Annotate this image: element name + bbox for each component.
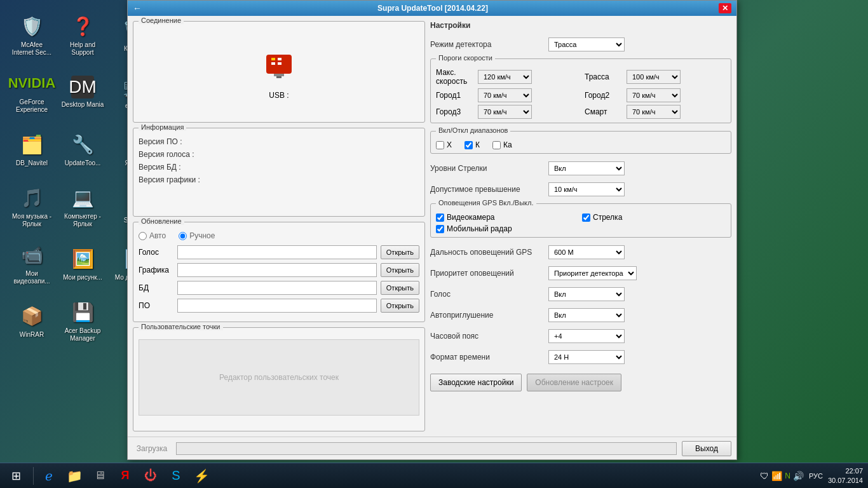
auto-radio-option[interactable]: Авто — [139, 231, 166, 240]
voice-settings-row: Голос Вкл Выкл — [430, 287, 731, 301]
time-format-label: Формат времени — [430, 353, 545, 362]
videocamera-checkbox[interactable] — [436, 214, 444, 222]
exit-button[interactable]: Выход — [682, 441, 731, 456]
gorod2-select[interactable]: 70 км/ч — [627, 88, 681, 102]
update-settings-button[interactable]: Обновление настроек — [527, 374, 621, 391]
k-label: К — [475, 140, 480, 149]
start-button[interactable]: ⊞ — [0, 463, 32, 489]
geforce-icon: NVIDIA — [19, 71, 44, 96]
tray-language: РУС — [809, 472, 823, 480]
icon-label-help: Help and Support — [60, 41, 105, 57]
back-button[interactable]: ← — [133, 3, 142, 13]
icon-db-navitel[interactable]: 🗂️ DB_Navitel — [6, 121, 57, 178]
icon-label-updatetool: UpdateToo... — [65, 159, 101, 167]
allowed-excess-select[interactable]: 10 км/ч 20 км/ч 30 км/ч — [548, 182, 625, 196]
usb-icon — [260, 48, 298, 88]
voice-input[interactable] — [177, 245, 377, 259]
close-button[interactable]: ✕ — [719, 3, 731, 13]
x-checkbox[interactable] — [436, 141, 444, 149]
x-label: Х — [447, 140, 452, 149]
points-editor[interactable]: Редактор пользовательских точек — [139, 339, 419, 416]
x-checkbox-item[interactable]: Х — [436, 140, 452, 149]
taskbar-yandex-icon[interactable]: Я — [114, 464, 137, 487]
manual-radio[interactable] — [179, 232, 187, 240]
icon-help[interactable]: ❓ Help and Support — [57, 6, 108, 64]
mobile-radar-checkbox-item[interactable]: Мобильный радар — [436, 224, 580, 233]
graphics-input[interactable] — [177, 263, 377, 277]
icon-music[interactable]: 🎵 Моя музыка - Ярлык — [6, 178, 57, 235]
taskbar-remotedesktop-icon[interactable]: 🖥 — [88, 464, 111, 487]
k-checkbox-item[interactable]: К — [465, 140, 480, 149]
time-format-select[interactable]: 12 Н 24 Н — [548, 350, 625, 364]
icon-geforce[interactable]: NVIDIA GeForce Experience — [6, 64, 57, 121]
icon-updatetool[interactable]: 🔧 UpdateToo... — [57, 121, 108, 178]
strelka-checkbox-item[interactable]: Стрелка — [582, 213, 726, 222]
icon-mcafee[interactable]: 🛡️ McAfee Internet Sec... — [6, 6, 57, 64]
taskbar-tray: 🛡 📶 N 🔊 РУС 22:07 30.07.2014 — [760, 466, 868, 485]
version-bd-label: Версия БД : — [139, 163, 419, 172]
icon-pictures[interactable]: 🖼️ Мои рисунк... — [57, 235, 108, 292]
max-speed-row: Макс. скорость 120 км/ч 130 км/ч — [436, 68, 577, 86]
taskbar-explorer-icon[interactable]: 📁 — [63, 464, 86, 487]
strelka-label: Стрелка — [593, 213, 622, 222]
trassa-select[interactable]: 100 км/ч — [627, 70, 681, 84]
voice-open-button[interactable]: Открыть — [381, 245, 419, 259]
icon-winrar[interactable]: 📦 WinRAR — [6, 292, 57, 349]
voice-settings-select[interactable]: Вкл Выкл — [548, 287, 625, 301]
smart-label: Смарт — [585, 107, 623, 116]
icon-label-mcafee: McAfee Internet Sec... — [10, 41, 54, 57]
timezone-select[interactable]: +3 +4 +5 — [548, 329, 625, 343]
detector-mode-row: Режим детектора Трасса Город Авто — [430, 37, 731, 51]
detector-mode-select[interactable]: Трасса Город Авто — [548, 37, 625, 51]
tray-nvidia-icon: N — [785, 471, 790, 480]
automute-label: Автоприглушение — [430, 311, 545, 320]
ranges-title: Вкл/Откл диапазонов — [436, 126, 510, 134]
max-speed-select[interactable]: 120 км/ч 130 км/ч — [478, 70, 532, 84]
auto-radio[interactable] — [139, 232, 147, 240]
strelka-checkbox[interactable] — [582, 214, 590, 222]
taskbar-ie-icon[interactable]: ℯ — [37, 464, 60, 487]
automute-select[interactable]: Вкл Выкл — [548, 308, 625, 322]
mobile-radar-checkbox[interactable] — [436, 225, 444, 233]
arrow-levels-select[interactable]: Вкл Выкл — [548, 161, 625, 175]
ranges-checkbox-row: Х К Ка — [436, 140, 726, 149]
videocamera-label: Видеокамера — [447, 213, 495, 222]
speed-thresholds-group: Пороги скорости Макс. скорость 120 км/ч … — [430, 58, 731, 123]
info-group: Информация Версия ПО : Версия голоса : В… — [133, 128, 425, 217]
notification-priority-select[interactable]: Приоритет детектора Приоритет GPS — [548, 266, 637, 280]
taskbar-skype-icon[interactable]: S — [165, 464, 187, 487]
po-open-button[interactable]: Открыть — [381, 299, 419, 313]
ka-checkbox-item[interactable]: Ка — [492, 140, 512, 149]
update-group: Обновление Авто Ручное Голос — [133, 222, 425, 322]
manual-radio-option[interactable]: Ручное — [179, 231, 215, 240]
bd-label: БД — [139, 283, 173, 292]
gorod1-select[interactable]: 70 км/ч — [478, 88, 532, 102]
taskbar-usb-icon[interactable]: ⚡ — [190, 464, 213, 487]
icon-acer-backup[interactable]: 💾 Acer Backup Manager — [57, 292, 108, 349]
progress-section: Загрузка — [133, 442, 677, 455]
gps-checkboxes-grid: Видеокамера Стрелка Мобильный радар — [436, 213, 726, 233]
icon-computer[interactable]: 💻 Компьютер - Ярлык — [57, 178, 108, 235]
icon-video[interactable]: 📹 Мои видеозапи... — [6, 235, 57, 292]
gps-range-select[interactable]: 300 М 600 М 900 М — [548, 245, 625, 259]
svg-rect-1 — [271, 58, 275, 60]
factory-settings-button[interactable]: Заводские настройки — [430, 374, 522, 391]
videocamera-checkbox-item[interactable]: Видеокамера — [436, 213, 580, 222]
left-panel: Соединение — [133, 21, 425, 431]
gorod3-select[interactable]: 70 км/ч — [478, 105, 532, 119]
graphics-update-row: Графика Открыть — [139, 263, 419, 277]
arrow-levels-label: Уровни Стрелки — [430, 164, 545, 173]
settings-buttons-row: Заводские настройки Обновление настроек — [430, 374, 731, 391]
video-icon: 📹 — [19, 242, 44, 268]
ka-checkbox[interactable] — [492, 141, 501, 149]
icon-desktop-mania[interactable]: DM Desktop Mania — [57, 64, 108, 121]
k-checkbox[interactable] — [465, 141, 473, 149]
po-input[interactable] — [177, 299, 377, 313]
app-bottom: Загрузка Выход — [128, 437, 736, 459]
taskbar-power-icon[interactable]: ⏻ — [139, 464, 162, 487]
bd-input[interactable] — [177, 281, 377, 295]
bd-open-button[interactable]: Открыть — [381, 281, 419, 295]
update-title: Обновление — [139, 217, 184, 225]
graphics-open-button[interactable]: Открыть — [381, 263, 419, 277]
smart-select[interactable]: 70 км/ч — [627, 105, 681, 119]
